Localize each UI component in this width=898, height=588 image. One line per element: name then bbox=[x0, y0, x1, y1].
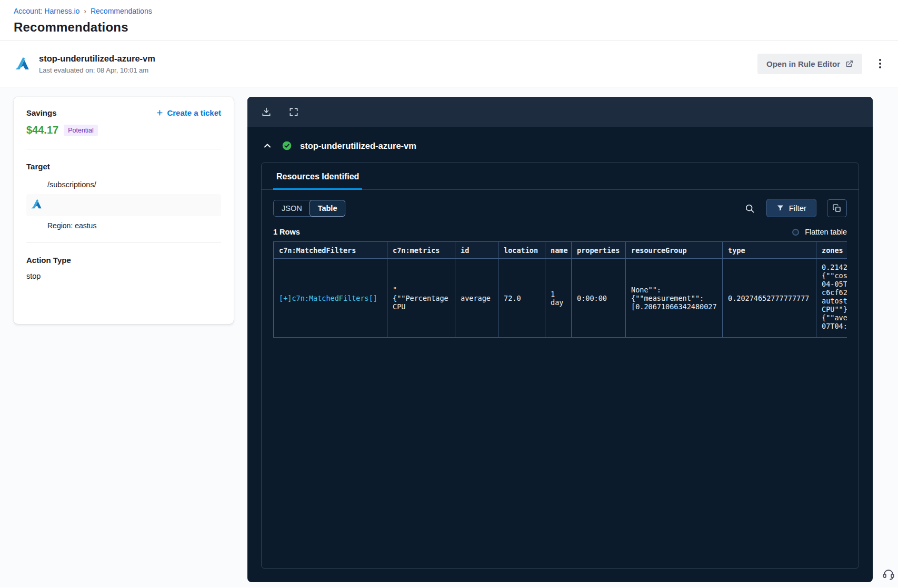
tab-bar: Resources Identified bbox=[262, 163, 859, 190]
azure-logo-icon bbox=[14, 55, 31, 72]
more-options-icon[interactable] bbox=[876, 56, 884, 72]
filter-button[interactable]: Filter bbox=[766, 199, 816, 217]
evaluation-title-row: stop-underutilized-azure-vm bbox=[247, 127, 873, 159]
download-icon[interactable] bbox=[260, 106, 273, 118]
breadcrumb: Account: Harness.io › Recommendations bbox=[14, 7, 884, 15]
flatten-table-label: Flatten table bbox=[805, 228, 847, 236]
main-content: Savings Create a ticket $44.17 Potential… bbox=[0, 87, 898, 587]
resources-table: c7n:MatchedFilters c7n:metrics id locati… bbox=[273, 241, 847, 338]
filter-label: Filter bbox=[789, 204, 806, 212]
matched-filters-cell[interactable]: [+]c7n:MatchedFilters[] bbox=[274, 259, 387, 338]
action-type-value: stop bbox=[26, 272, 221, 280]
table-controls: JSON Table Filter bbox=[262, 190, 859, 217]
target-icon-band bbox=[26, 194, 221, 216]
header-actions: Open in Rule Editor bbox=[757, 54, 884, 74]
target-path: /subscriptions/ bbox=[47, 180, 221, 189]
id-cell: average bbox=[455, 259, 498, 338]
plus-icon bbox=[156, 109, 163, 116]
column-header[interactable]: properties bbox=[572, 242, 626, 259]
support-icon[interactable] bbox=[882, 567, 895, 581]
breadcrumb-current-link[interactable]: Recommendations bbox=[91, 7, 152, 15]
column-header[interactable]: c7n:MatchedFilters bbox=[274, 242, 387, 259]
search-icon[interactable] bbox=[743, 202, 756, 215]
flatten-toggle[interactable] bbox=[792, 229, 799, 236]
recommendation-header: stop-underutilized-azure-vm Last evaluat… bbox=[0, 40, 898, 87]
resource-group-cell: None"": {""measurement"": [0.20671066342… bbox=[626, 259, 723, 338]
json-view-toggle[interactable]: JSON bbox=[274, 200, 310, 216]
column-header[interactable]: c7n:metrics bbox=[387, 242, 455, 259]
copy-icon[interactable] bbox=[827, 199, 847, 217]
resources-panel: Resources Identified JSON Table Filter bbox=[261, 163, 859, 569]
column-header[interactable]: id bbox=[455, 242, 498, 259]
results-toolbar bbox=[247, 97, 873, 127]
external-link-icon bbox=[845, 60, 853, 68]
column-header[interactable]: zones bbox=[816, 242, 847, 259]
action-type-label: Action Type bbox=[26, 256, 221, 265]
azure-logo-icon bbox=[30, 198, 43, 210]
breadcrumb-account-link[interactable]: Account: Harness.io bbox=[14, 7, 79, 15]
row-count: 1 Rows bbox=[273, 228, 300, 236]
column-header[interactable]: type bbox=[723, 242, 816, 259]
create-ticket-link[interactable]: Create a ticket bbox=[156, 108, 221, 117]
open-rule-editor-button[interactable]: Open in Rule Editor bbox=[757, 54, 862, 74]
page-title: Recommendations bbox=[14, 20, 884, 35]
metrics-cell: " {""Percentage CPU bbox=[387, 259, 455, 338]
breadcrumb-separator: › bbox=[84, 7, 86, 15]
column-header[interactable]: location bbox=[498, 242, 545, 259]
tab-resources-identified[interactable]: Resources Identified bbox=[273, 163, 362, 190]
page-header: Account: Harness.io › Recommendations Re… bbox=[0, 0, 898, 40]
table-view-toggle[interactable]: Table bbox=[310, 200, 346, 217]
last-evaluated-text: Last evaluated on: 08 Apr, 10:01 am bbox=[39, 66, 155, 74]
evaluation-title: stop-underutilized-azure-vm bbox=[300, 141, 416, 151]
savings-card: Savings Create a ticket $44.17 Potential… bbox=[14, 97, 234, 324]
chevron-up-icon[interactable] bbox=[261, 139, 274, 152]
divider bbox=[26, 242, 221, 243]
results-panel: stop-underutilized-azure-vm Resources Id… bbox=[247, 97, 873, 582]
target-label: Target bbox=[26, 162, 221, 171]
type-cell: 0.20274652777777777 bbox=[723, 259, 816, 338]
check-circle-icon bbox=[282, 140, 292, 151]
resources-table-wrap: c7n:MatchedFilters c7n:metrics id locati… bbox=[273, 241, 847, 338]
name-cell: 1 day bbox=[545, 259, 572, 338]
savings-amount: $44.17 bbox=[26, 124, 58, 136]
rule-name: stop-underutilized-azure-vm bbox=[39, 54, 155, 64]
properties-cell: 0:00:00 bbox=[572, 259, 626, 338]
zones-cell: 0.21423 {""cost 04-05T6 c6cf625 autosto … bbox=[816, 259, 847, 338]
view-toggle: JSON Table bbox=[273, 200, 345, 217]
location-cell: 72.0 bbox=[498, 259, 545, 338]
create-ticket-label: Create a ticket bbox=[167, 108, 221, 117]
rows-info-bar: 1 Rows Flatten table bbox=[262, 217, 859, 236]
table-row: [+]c7n:MatchedFilters[] " {""Percentage … bbox=[274, 259, 847, 338]
filter-icon bbox=[776, 204, 784, 212]
expand-fullscreen-icon[interactable] bbox=[287, 106, 300, 118]
savings-label: Savings bbox=[26, 108, 57, 117]
column-header[interactable]: resourceGroup bbox=[626, 242, 723, 259]
target-region: Region: eastus bbox=[47, 221, 221, 230]
rule-title-block: stop-underutilized-azure-vm Last evaluat… bbox=[39, 54, 155, 74]
page: Account: Harness.io › Recommendations Re… bbox=[0, 0, 898, 587]
open-rule-editor-label: Open in Rule Editor bbox=[766, 59, 840, 68]
divider bbox=[26, 149, 221, 149]
table-header-row: c7n:MatchedFilters c7n:metrics id locati… bbox=[274, 242, 847, 259]
potential-badge: Potential bbox=[64, 125, 98, 136]
column-header[interactable]: name bbox=[545, 242, 572, 259]
